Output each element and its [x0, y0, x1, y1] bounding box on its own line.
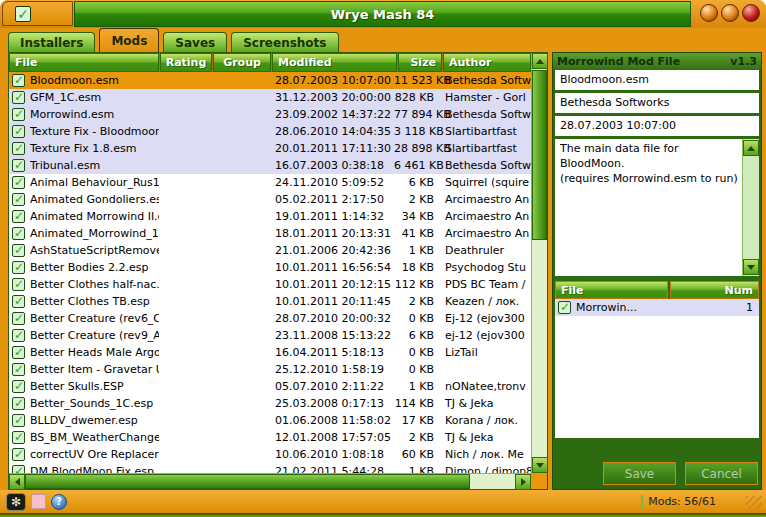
scroll-down-button[interactable]	[532, 457, 548, 473]
row-checkbox[interactable]	[12, 193, 25, 206]
tab[interactable]: Installers	[8, 32, 95, 52]
row-checkbox[interactable]	[12, 414, 25, 427]
author-cell: nONatee,tronv	[438, 380, 531, 393]
mash-icon[interactable]: ✻	[6, 493, 26, 511]
save-button[interactable]: Save	[603, 462, 676, 485]
maximize-button[interactable]	[721, 4, 739, 22]
file-name: Better Item - Gravetar Uni...	[30, 363, 159, 376]
table-row[interactable]: AshStatueScriptRemover.... 21.01.2006 20…	[9, 242, 531, 259]
table-row[interactable]: correctUV Ore Replacer 1.... 10.06.2010 …	[9, 446, 531, 463]
row-checkbox[interactable]	[12, 380, 25, 393]
table-row[interactable]: Animal Behaviour_Rus1C.esp 24.11.2010 5:…	[9, 174, 531, 191]
size-cell: 0 KB	[394, 363, 438, 376]
minimize-button[interactable]	[700, 4, 718, 22]
row-checkbox[interactable]	[12, 227, 25, 240]
modified-cell: 10.01.2011 20:12:15	[269, 278, 394, 291]
details-panel: Morrowind Mod File v1.3 Bloodmoon.esm Be…	[552, 52, 762, 490]
table-row[interactable]: Better_Sounds_1C.esp 25.03.2008 0:17:13 …	[9, 395, 531, 412]
table-row[interactable]: Animated Morrowind II.esp 19.01.2011 1:1…	[9, 208, 531, 225]
horizontal-scrollbar[interactable]	[9, 473, 531, 489]
row-checkbox[interactable]	[12, 244, 25, 257]
desc-scroll-down-button[interactable]	[743, 259, 759, 275]
file-cell: Morrowind.esm	[9, 108, 159, 121]
tab[interactable]: Mods	[99, 28, 159, 52]
modified-field[interactable]: 28.07.2003 10:07:00	[555, 116, 759, 136]
table-row[interactable]: Better Creature (rev9_ALL... 23.11.2008 …	[9, 327, 531, 344]
column-header-rating[interactable]: Rating	[160, 53, 212, 72]
row-checkbox[interactable]	[12, 210, 25, 223]
row-checkbox[interactable]	[12, 346, 25, 359]
table-row[interactable]: GFM_1C.esm 31.12.2003 20:00:00 828 KB Ha…	[9, 89, 531, 106]
table-row[interactable]: Bloodmoon.esm 28.07.2003 10:07:00 11 523…	[9, 72, 531, 89]
modified-cell: 21.02.2011 5:44:28	[269, 465, 394, 473]
description-scrollbar[interactable]	[742, 139, 759, 276]
table-row[interactable]: BLLDV_dwemer.esp 01.06.2008 11:58:02 17 …	[9, 412, 531, 429]
file-cell: Better Bodies 2.2.esp	[9, 261, 159, 274]
table-row[interactable]: Better Skulls.ESP 05.07.2010 2:11:22 1 K…	[9, 378, 531, 395]
tab[interactable]: Saves	[163, 32, 227, 52]
file-cell: AshStatueScriptRemover....	[9, 244, 159, 257]
row-checkbox[interactable]	[12, 176, 25, 189]
file-cell: Bloodmoon.esm	[9, 74, 159, 87]
table-row[interactable]: Morrowind.esm 23.09.2002 14:37:22 77 894…	[9, 106, 531, 123]
help-icon[interactable]: ?	[51, 494, 67, 510]
masters-row[interactable]: Morrowin... 1	[555, 299, 759, 316]
cancel-button[interactable]: Cancel	[685, 462, 758, 485]
row-checkbox[interactable]	[12, 261, 25, 274]
scroll-left-button[interactable]	[9, 474, 25, 490]
row-checkbox[interactable]	[12, 448, 25, 461]
tab-label: Installers	[20, 36, 83, 50]
table-row[interactable]: Better Item - Gravetar Uni... 25.12.2010…	[9, 361, 531, 378]
file-name-field[interactable]: Bloodmoon.esm	[555, 70, 759, 90]
table-row[interactable]: Better Heads Male Argonia... 16.04.2011 …	[9, 344, 531, 361]
row-checkbox[interactable]	[12, 142, 25, 155]
app-icon-area: ✓	[2, 1, 73, 26]
table-row[interactable]: Animated_Morrowind_1.0.... 18.01.2011 20…	[9, 225, 531, 242]
row-checkbox[interactable]	[12, 363, 25, 376]
desc-scroll-up-button[interactable]	[743, 140, 759, 156]
scroll-right-button[interactable]	[515, 474, 531, 490]
column-header-author[interactable]: Author	[443, 53, 531, 72]
row-checkbox[interactable]	[12, 431, 25, 444]
resize-grip-icon[interactable]	[746, 496, 762, 509]
table-row[interactable]: Animated Gondoliers.esp 05.02.2011 2:17:…	[9, 191, 531, 208]
row-checkbox[interactable]	[12, 295, 25, 308]
table-row[interactable]: Texture Fix - Bloodmoon 1... 28.06.2010 …	[9, 123, 531, 140]
table-row[interactable]: Better Clothes half-nac.esp 10.01.2011 2…	[9, 276, 531, 293]
table-row[interactable]: Better Clothes TB.esp 10.01.2011 20:11:4…	[9, 293, 531, 310]
table-row[interactable]: DM BloodMoon Fix.esp 21.02.2011 5:44:28 …	[9, 463, 531, 473]
vertical-scrollbar[interactable]	[531, 53, 547, 473]
description-area[interactable]: The main data file for BloodMoon. (requi…	[555, 139, 759, 276]
row-checkbox[interactable]	[12, 278, 25, 291]
column-header-group[interactable]: Group	[213, 53, 271, 72]
table-row[interactable]: Better Creature (rev6_Cla... 28.07.2010 …	[9, 310, 531, 327]
row-checkbox[interactable]	[12, 108, 25, 121]
table-row[interactable]: BS_BM_WeatherChange.esp 12.01.2008 17:57…	[9, 429, 531, 446]
pink-square-icon[interactable]	[31, 494, 46, 509]
table-row[interactable]: Texture Fix 1.8.esm 20.01.2011 17:11:30 …	[9, 140, 531, 157]
row-checkbox[interactable]	[12, 125, 25, 138]
masters-column-file[interactable]: File	[555, 281, 668, 299]
row-checkbox[interactable]	[12, 312, 25, 325]
tab[interactable]: Screenshots	[231, 32, 338, 52]
table-row[interactable]: Tribunal.esm 16.07.2003 0:38:18 6 461 KB…	[9, 157, 531, 174]
horizontal-scroll-thumb[interactable]	[25, 474, 470, 489]
close-button[interactable]	[742, 4, 760, 22]
author-field[interactable]: Bethesda Softworks	[555, 93, 759, 113]
row-checkbox[interactable]	[12, 74, 25, 87]
file-name: Better Skulls.ESP	[30, 380, 124, 393]
vertical-scroll-thumb[interactable]	[532, 70, 547, 240]
table-row[interactable]: Better Bodies 2.2.esp 10.01.2011 16:56:5…	[9, 259, 531, 276]
column-header-file[interactable]: File	[9, 53, 159, 72]
row-checkbox[interactable]	[12, 465, 25, 473]
column-header-size[interactable]: Size	[398, 53, 442, 72]
scroll-up-button[interactable]	[532, 53, 548, 69]
row-checkbox[interactable]	[12, 91, 25, 104]
row-checkbox[interactable]	[12, 329, 25, 342]
masters-column-num[interactable]: Num	[670, 281, 759, 299]
masters-row-checkbox[interactable]	[558, 301, 571, 314]
row-checkbox[interactable]	[12, 397, 25, 410]
column-header-modified[interactable]: Modified	[272, 53, 397, 72]
row-checkbox[interactable]	[12, 159, 25, 172]
file-name: Animated Gondoliers.esp	[30, 193, 159, 206]
